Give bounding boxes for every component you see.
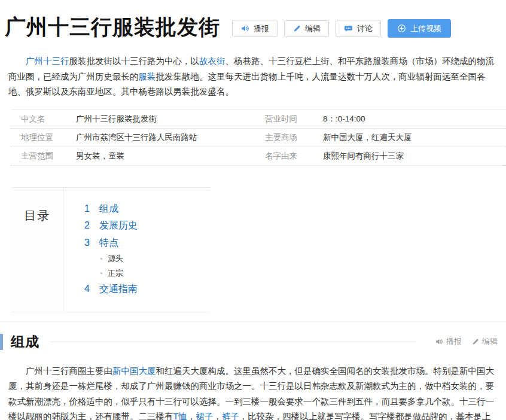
infobox-row: 地理位置 广州市荔湾区十三行路人民南路站 主要商场 新中国大厦，红遍天大厦 (11, 129, 506, 147)
link-pants[interactable]: 裤子 (222, 412, 239, 420)
body-text-segment: 广州十三行商圈主要由 (26, 366, 112, 376)
toc-item-label: 源头 (108, 251, 123, 266)
link-fuzhuang[interactable]: 服装 (139, 72, 156, 81)
infobox-value: 广州市荔湾区十三行路人民南路站 (76, 132, 265, 143)
section-title: 组成 (11, 333, 39, 351)
infobox-row: 中文名 广州十三行服装批发街 营业时间 8：:0-14:00 (11, 110, 506, 129)
infobox-label: 中文名 (21, 114, 76, 124)
toc-item-label: 组成 (99, 203, 118, 214)
bullet-dot-icon (100, 272, 102, 274)
edit-label: 编辑 (305, 25, 321, 32)
pencil-icon (292, 25, 301, 33)
infobox-label: 营业时间 (265, 114, 323, 124)
infobox-label: 地理位置 (21, 132, 76, 143)
title-toolbar: 播报 编辑 讨论 上传视频 (232, 19, 451, 38)
table-of-contents: 目录 1组成 2发展历史 3特点 源头 正宗 4交通指南 (12, 187, 210, 312)
speaker-icon (435, 337, 443, 346)
section-heading-row: 组成 播报 编辑 (0, 333, 506, 351)
section-edit-label: 编辑 (482, 336, 498, 347)
baike-article-page: 广州十三行服装批发街 播报 编辑 讨论 (0, 0, 506, 420)
discuss-label: 讨论 (357, 25, 373, 32)
infobox-value: 男女装，童装 (76, 151, 265, 162)
bullet-dot-icon (100, 258, 102, 260)
toc-item-label: 特点 (99, 238, 118, 248)
link-guyi-street[interactable]: 故衣街 (199, 56, 225, 66)
upload-video-button[interactable]: 上传视频 (388, 19, 451, 38)
toc-item-label: 正宗 (108, 266, 123, 281)
infobox: 中文名 广州十三行服装批发街 营业时间 8：:0-14:00 地理位置 广州市荔… (11, 109, 506, 166)
discuss-button[interactable]: 讨论 (336, 20, 381, 37)
infobox-label: 主营范围 (21, 151, 76, 162)
section-edit-button[interactable]: 编辑 (471, 336, 498, 347)
section-broadcast-label: 播报 (446, 336, 462, 347)
toc-subitem-yuantou[interactable]: 源头 (84, 251, 210, 266)
toc-item-label: 发展历史 (99, 220, 138, 230)
upload-video-label: 上传视频 (410, 25, 441, 32)
comment-icon (344, 24, 353, 33)
infobox-value: 新中国大厦，红遍天大厦 (323, 132, 506, 143)
body-text-segment: ， (187, 412, 196, 420)
infobox-row: 主营范围 男女装，童装 名字由来 康熙年间有商行十三家 (11, 147, 506, 166)
infobox-value: 广州十三行服装批发街 (76, 114, 265, 124)
infobox-value: 8：:0-14:00 (323, 114, 506, 124)
toc-subitem-zhengzong[interactable]: 正宗 (84, 266, 210, 281)
toc-item-zucheng[interactable]: 1组成 (84, 200, 210, 218)
link-new-china-plaza[interactable]: 新中国大厦 (112, 366, 156, 376)
section-zucheng: 组成 播报 编辑 广州十三行商圈主要由新中国大厦和红遍天大厦构成。这里虽然不大，… (0, 321, 506, 420)
title-row: 广州十三行服装批发街 播报 编辑 讨论 (0, 0, 506, 41)
section-broadcast-button[interactable]: 播报 (435, 336, 462, 347)
toc-item-tedian[interactable]: 3特点 (84, 235, 210, 252)
pencil-icon (471, 338, 479, 346)
toc-item-number: 1 (84, 200, 92, 218)
link-guangzhou-thirteen-hongs[interactable]: 广州十三行 (26, 56, 69, 66)
infobox-label: 名字由来 (265, 151, 323, 162)
toc-item-label: 交通指南 (99, 284, 138, 294)
speaker-icon (240, 24, 249, 33)
page-title: 广州十三行服装批发街 (5, 13, 220, 41)
toc-label: 目录 (12, 188, 63, 312)
lede-text-segment: 服装批发街以十三行路为中心，以 (69, 56, 200, 66)
toc-list: 1组成 2发展历史 3特点 源头 正宗 4交通指南 (63, 188, 210, 312)
lede-paragraph: 广州十三行服装批发街以十三行路为中心，以故衣街、杨巷路、十三行豆栏上街、和平东路… (8, 54, 498, 100)
edit-button[interactable]: 编辑 (284, 20, 329, 37)
link-tshirt[interactable]: T恤 (173, 412, 187, 420)
body-text-segment: ， (213, 412, 222, 420)
toc-item-fazhan-lishi[interactable]: 2发展历史 (84, 217, 210, 235)
heading-accent-bar (0, 334, 3, 350)
broadcast-label: 播报 (254, 25, 269, 32)
toc-item-number: 4 (84, 281, 92, 298)
infobox-value: 康熙年间有商行十三家 (323, 151, 506, 162)
toc-item-jiaotong-zhinan[interactable]: 4交通指南 (84, 281, 210, 298)
toc-item-number: 2 (84, 217, 92, 235)
link-skirt[interactable]: 裙子 (196, 412, 213, 420)
broadcast-button[interactable]: 播报 (232, 20, 278, 37)
section-body-paragraph: 广州十三行商圈主要由新中国大厦和红遍天大厦构成。这里虽然不大，但是确实全国闻名的… (8, 364, 498, 420)
toc-item-number: 3 (84, 235, 92, 252)
heading-rule (50, 342, 416, 342)
plus-circle-icon (397, 24, 406, 33)
infobox-label: 主要商场 (265, 132, 323, 143)
